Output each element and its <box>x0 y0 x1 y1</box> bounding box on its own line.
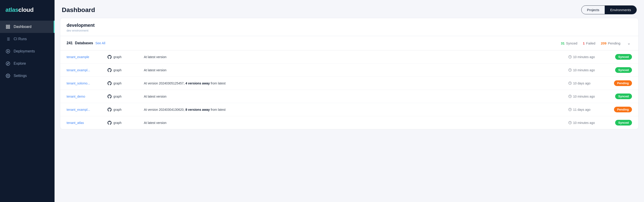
sidebar-item-dashboard[interactable]: Dashboard <box>0 21 54 33</box>
main-content: Dashboard Projects Environments developm… <box>54 0 644 202</box>
db-version: At latest version <box>144 95 568 98</box>
projects-button[interactable]: Projects <box>582 6 605 14</box>
status-badge: Pending <box>614 107 632 112</box>
db-source: graph <box>108 94 144 99</box>
clock-icon <box>568 55 572 59</box>
synced-status-group: 31 Synced <box>561 41 578 45</box>
svg-rect-2 <box>6 27 8 29</box>
svg-marker-13 <box>7 63 9 64</box>
see-all-link[interactable]: See All <box>96 41 106 45</box>
time-text: 10 minutes ago <box>573 121 595 125</box>
version-text: At latest version <box>144 68 166 72</box>
source-label: graph <box>114 55 122 59</box>
svg-point-10 <box>6 49 10 53</box>
version-bold: 8 versions away <box>186 108 210 111</box>
github-icon <box>108 121 112 125</box>
card-header: development dev environment <box>60 18 638 36</box>
svg-point-14 <box>8 75 9 76</box>
db-time: 10 minutes ago <box>568 95 609 98</box>
svg-point-12 <box>6 62 10 66</box>
pending-status-group: 209 Pending <box>601 41 620 45</box>
version-bold: 4 versions away <box>186 81 210 85</box>
top-header: Dashboard Projects Environments <box>54 0 644 18</box>
db-rows-container: tenant_example graph At latest version 1… <box>60 50 638 129</box>
db-status: Pending <box>609 107 632 112</box>
status-badge: Synced <box>615 94 632 99</box>
clock-icon <box>568 108 572 111</box>
time-text: 10 minutes ago <box>573 68 595 72</box>
db-status: Synced <box>609 120 632 126</box>
failed-status-group: 1 Failed <box>583 41 595 45</box>
status-badge: Synced <box>615 54 632 60</box>
status-badge: Pending <box>614 80 632 86</box>
db-time: 10 minutes ago <box>568 68 609 72</box>
db-time: 10 minutes ago <box>568 121 609 125</box>
svg-rect-0 <box>6 25 8 26</box>
db-time: 11 days ago <box>568 108 609 111</box>
db-count: 241 <box>66 41 73 45</box>
github-icon <box>108 68 112 72</box>
expand-button[interactable]: ⌄ <box>626 40 632 46</box>
table-row: tenant_atlas graph At latest version 10 … <box>60 116 638 129</box>
db-version: At version 20240305125457, 4 versions aw… <box>144 81 568 85</box>
github-icon <box>108 55 112 59</box>
db-status: Synced <box>609 94 632 99</box>
sidebar-item-explore-label: Explore <box>14 61 26 66</box>
db-name[interactable]: tenant_demo <box>66 95 108 98</box>
version-text: At latest version <box>144 55 166 59</box>
ci-runs-icon <box>6 36 10 41</box>
version-text: At latest version <box>144 121 166 125</box>
time-text: 10 minutes ago <box>573 95 595 98</box>
github-icon <box>108 108 112 112</box>
synced-count: 31 <box>561 41 565 45</box>
version-text: At version 20240305125457, <box>144 81 186 85</box>
sidebar-item-deployments[interactable]: Deployments <box>0 45 54 57</box>
status-badge: Synced <box>615 67 632 73</box>
sidebar-item-settings[interactable]: Settings <box>0 70 54 82</box>
db-source: graph <box>108 108 144 112</box>
sidebar-item-settings-label: Settings <box>14 74 27 78</box>
table-row: tenant_example graph At latest version 1… <box>60 50 638 64</box>
db-version: At latest version <box>144 121 568 125</box>
db-section-right: 31 Synced 1 Failed 209 Pending ⌄ <box>561 40 632 46</box>
environment-card: development dev environment 241 Database… <box>60 18 638 129</box>
logo-atlas: atlas <box>6 6 18 13</box>
db-time: 10 days ago <box>568 81 609 85</box>
svg-rect-3 <box>8 27 10 29</box>
github-icon <box>108 94 112 99</box>
clock-icon <box>568 95 572 98</box>
table-row: tenant_exampl... graph At version 202403… <box>60 103 638 116</box>
deployments-icon <box>6 49 10 54</box>
logo: atlascloud <box>6 6 49 13</box>
clock-icon <box>568 68 572 72</box>
source-label: graph <box>114 81 122 85</box>
failed-label: Failed <box>586 41 595 45</box>
failed-count: 1 <box>583 41 585 45</box>
db-name[interactable]: tenant_example <box>66 55 108 59</box>
view-toggle: Projects Environments <box>581 5 637 14</box>
clock-icon <box>568 81 572 85</box>
version-text: At version 20240304130620, <box>144 108 186 111</box>
status-badge: Synced <box>615 120 632 126</box>
svg-marker-11 <box>8 51 9 52</box>
environments-button[interactable]: Environments <box>605 6 636 14</box>
source-label: graph <box>114 68 122 72</box>
svg-rect-1 <box>8 25 10 26</box>
logo-area: atlascloud <box>0 0 54 21</box>
sidebar-item-ci-runs[interactable]: CI Runs <box>0 33 54 45</box>
db-name[interactable]: tenant_exampl... <box>66 108 108 111</box>
sidebar-item-explore[interactable]: Explore <box>0 57 54 70</box>
db-section-left: 241 Databases See All <box>66 41 105 45</box>
pending-label: Pending <box>608 41 620 45</box>
db-name[interactable]: tenant_exampl... <box>66 68 108 72</box>
db-version: At latest version <box>144 55 568 59</box>
db-name[interactable]: tenant_atlas <box>66 121 108 125</box>
db-name[interactable]: tenant_solomo... <box>66 81 108 85</box>
synced-label: Synced <box>566 41 578 45</box>
sidebar: atlascloud Dashboard CI Runs Deployments… <box>0 0 54 202</box>
environment-subtitle: dev environment <box>66 29 632 32</box>
source-label: graph <box>114 121 122 125</box>
db-section-header: 241 Databases See All 31 Synced 1 Failed… <box>60 36 638 50</box>
sidebar-item-ci-runs-label: CI Runs <box>14 37 27 41</box>
db-source: graph <box>108 68 144 72</box>
